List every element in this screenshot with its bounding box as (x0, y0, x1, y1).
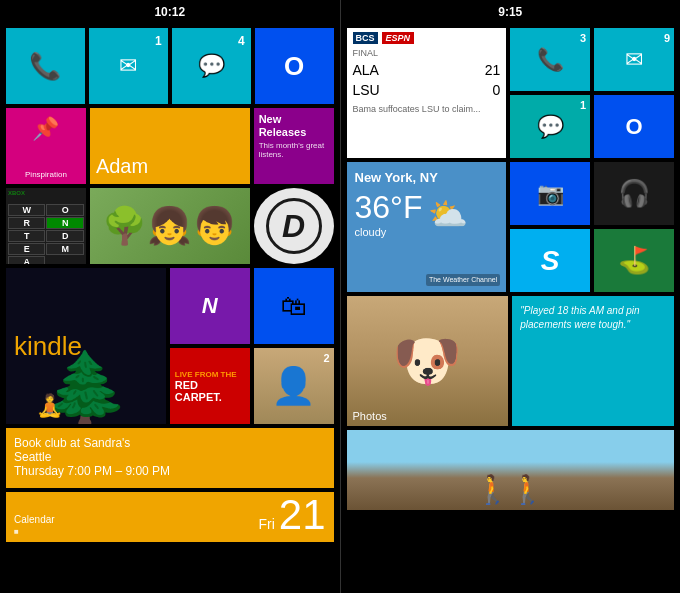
phone2: 9:15 BCS ESPN FINAL ALA 21 LSU 0 Bama (341, 0, 681, 593)
weather-cloud-icon: ⛅ (428, 195, 468, 233)
mail-tile[interactable]: ✉ 1 (89, 28, 168, 104)
golf-icon: ⛳ (618, 245, 650, 276)
phone2-phone-tile[interactable]: 📞 3 (510, 28, 590, 91)
mail-badge: 1 (155, 34, 162, 48)
adam-name: Adam (96, 155, 244, 178)
score1: 21 (485, 62, 501, 78)
calendar-bottom-tile[interactable]: Calendar ■ Fri 21 (6, 492, 334, 542)
calendar-dow: Fri (258, 516, 274, 532)
phone2-msg-badge: 1 (580, 99, 586, 111)
xbox-tile[interactable]: XBOX W O R N T D E M A (6, 188, 86, 264)
weather-provider: The Weather Channel (429, 276, 497, 284)
team2: LSU (353, 82, 380, 98)
scene-people-icon: 🚶🚶 (475, 473, 545, 506)
weather-city: New York, NY (355, 170, 499, 185)
sports-status: FINAL (353, 48, 501, 58)
weather-temp: 36°F (355, 189, 423, 226)
person2-avatar: 👤 (271, 365, 316, 407)
team1: ALA (353, 62, 379, 78)
outlook-tile[interactable]: O (255, 28, 334, 104)
store-icon: 🛍 (281, 291, 307, 322)
phone2-msg-tile[interactable]: 💬 1 (510, 95, 590, 158)
time-1: 10:12 (154, 5, 185, 19)
golf-tile[interactable]: ⛳ (594, 229, 674, 292)
espn-badge: ESPN (382, 32, 415, 44)
nr-subtitle: This month's great listens. (259, 141, 329, 159)
phone1: 10:12 📞 ✉ 1 💬 4 O 📌 Pinspirat (0, 0, 340, 593)
digg-tile[interactable]: D (254, 188, 334, 264)
kindle-label: kindle (14, 331, 82, 362)
dog-emoji-icon: 🐶 (392, 328, 462, 394)
phone2-outlook-tile[interactable]: O (594, 95, 674, 158)
headphones-tile[interactable]: 🎧 (594, 162, 674, 225)
onenote-icon: N (202, 293, 218, 319)
media-icon: 📷 (537, 181, 564, 207)
kids-photo-tile[interactable]: 🌳👧👦 (90, 188, 250, 264)
sports-desc: Bama suffocates LSU to claim... (353, 104, 501, 114)
calendar-event-line3: Thursday 7:00 PM – 9:00 PM (14, 464, 326, 478)
person2-badge: 2 (323, 352, 329, 364)
rc-live-label: LIVE FROM THE (175, 370, 245, 379)
media-tile[interactable]: 📷 (510, 162, 590, 225)
new-releases-tile[interactable]: New Releases This month's great listens. (254, 108, 334, 184)
kindle-person-icon: 🧘 (36, 393, 63, 419)
calendar-event-line2: Seattle (14, 450, 326, 464)
score2: 0 (492, 82, 500, 98)
pinspiration-label: Pinspiration (25, 170, 67, 179)
weather-condition: cloudy (355, 226, 423, 238)
calendar-event-line1: Book club at Sandra's (14, 436, 326, 450)
tweet-tile[interactable]: "Played 18 this AM and pin placements we… (512, 296, 674, 426)
status-bar-1: 10:12 (0, 0, 340, 24)
store-tile[interactable]: 🛍 (254, 268, 334, 344)
rc-title: RED CARPET. (175, 379, 245, 403)
calendar-day: 21 (279, 494, 326, 536)
calendar-label: Calendar (14, 514, 55, 525)
person2-tile[interactable]: 👤 2 (254, 348, 334, 424)
xbox-label: XBOX (8, 190, 25, 196)
tweet-text: "Played 18 this AM and pin placements we… (520, 304, 666, 332)
bcs-badge: BCS (353, 32, 378, 44)
sports-tile[interactable]: BCS ESPN FINAL ALA 21 LSU 0 Bama suffoca… (347, 28, 507, 158)
weather-logo: The Weather Channel (426, 274, 500, 286)
time-2: 9:15 (498, 5, 522, 19)
phone2-phone-badge: 3 (580, 32, 586, 44)
phone2-mail-tile[interactable]: ✉ 9 (594, 28, 674, 91)
phone-tile[interactable]: 📞 (6, 28, 85, 104)
nr-title: New Releases (259, 113, 329, 139)
scene-tile[interactable]: 🚶🚶 (347, 430, 675, 510)
skype-tile[interactable]: S (510, 229, 590, 292)
photos-label: Photos (353, 410, 387, 422)
photos-tile[interactable]: 🐶 Photos (347, 296, 509, 426)
headphones-icon: 🎧 (618, 178, 650, 209)
status-bar-2: 9:15 (341, 0, 681, 24)
red-carpet-tile[interactable]: LIVE FROM THE RED CARPET. (170, 348, 250, 424)
messaging-badge: 4 (238, 34, 245, 48)
messaging-tile[interactable]: 💬 4 (172, 28, 251, 104)
kindle-tile[interactable]: kindle 🌲 🧘 (6, 268, 166, 424)
skype-icon: S (541, 245, 560, 277)
weather-tile[interactable]: New York, NY 36°F cloudy ⛅ The Weather C… (347, 162, 507, 292)
pinspiration-tile[interactable]: 📌 Pinspiration (6, 108, 86, 184)
calendar-event-tile[interactable]: Book club at Sandra's Seattle Thursday 7… (6, 428, 334, 488)
onenote-tile[interactable]: N (170, 268, 250, 344)
phone2-mail-badge: 9 (664, 32, 670, 44)
adam-tile[interactable]: Adam (90, 108, 250, 184)
